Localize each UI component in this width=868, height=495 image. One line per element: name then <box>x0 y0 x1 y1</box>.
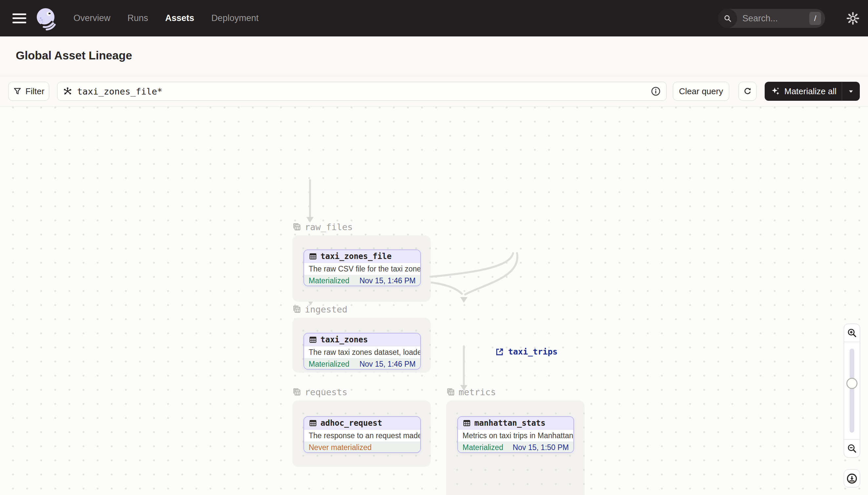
asset-description: The raw CSV file for the taxi zones dat.… <box>304 263 420 275</box>
zoom-out-icon <box>846 443 857 454</box>
search-shortcut-badge: / <box>809 12 821 25</box>
asset-node-header: taxi_zones_file <box>304 250 420 263</box>
asset-name: adhoc_request <box>320 419 382 428</box>
filter-button[interactable]: Filter <box>8 82 49 101</box>
external-link-icon <box>495 347 504 357</box>
asset-description: The response to an request made in th... <box>304 430 420 442</box>
asset-description: The raw taxi zones dataset, loaded int..… <box>304 346 420 358</box>
top-navbar: Overview Runs Assets Deployment Search..… <box>0 0 868 36</box>
asset-status-row: Materialized Nov 15, 1:50 PM <box>458 442 573 453</box>
refresh-icon <box>743 87 752 96</box>
asset-node-header: taxi_zones <box>304 334 420 346</box>
info-icon[interactable] <box>651 86 661 97</box>
asset-group-icon <box>292 387 301 396</box>
asset-group-icon <box>292 222 301 232</box>
group-label-ingested[interactable]: ingested <box>292 304 348 314</box>
status-timestamp: Nov 15, 1:46 PM <box>359 360 415 369</box>
dagster-logo-icon[interactable] <box>35 6 58 31</box>
filter-label: Filter <box>25 86 45 97</box>
group-name: requests <box>305 387 348 397</box>
materialize-all-split-button: Materialize all <box>765 82 860 101</box>
asset-group-icon <box>292 305 301 314</box>
lineage-toolbar: Filter Clear query <box>0 76 868 107</box>
status-timestamp: Nov 15, 1:46 PM <box>359 276 415 285</box>
table-icon <box>463 419 471 427</box>
asset-node-taxi-zones[interactable]: taxi_zones The raw taxi zones dataset, l… <box>303 333 421 370</box>
materialize-all-label: Materialize all <box>784 86 836 97</box>
zoom-slider[interactable] <box>844 342 860 439</box>
asset-status-row: Never materialized <box>304 442 420 453</box>
clear-query-label: Clear query <box>679 86 723 97</box>
gear-icon <box>845 11 861 26</box>
download-icon <box>846 473 858 484</box>
lineage-edges <box>0 107 868 495</box>
zoom-slider-track[interactable] <box>850 348 854 433</box>
clear-query-button[interactable]: Clear query <box>673 82 729 101</box>
search-placeholder: Search... <box>742 14 809 24</box>
external-asset-name: taxi_trips <box>508 347 558 357</box>
asset-query-input[interactable] <box>76 86 646 97</box>
filter-funnel-icon <box>13 87 22 96</box>
search-icon <box>718 9 737 28</box>
group-label-requests[interactable]: requests <box>292 387 348 397</box>
group-name: ingested <box>305 304 348 314</box>
page-header: Global Asset Lineage Reload definitions <box>0 36 868 76</box>
group-label-raw-files[interactable]: raw_files <box>292 222 353 232</box>
nav-item-runs[interactable]: Runs <box>128 13 148 23</box>
asset-node-header: adhoc_request <box>304 417 420 430</box>
group-name: raw_files <box>305 222 353 232</box>
status-label: Materialized <box>309 360 349 369</box>
asset-selection-box <box>57 82 667 101</box>
group-name: metrics <box>459 387 496 397</box>
nav-item-deployment[interactable]: Deployment <box>211 13 259 23</box>
page-title: Global Asset Lineage <box>16 49 132 62</box>
download-graph-button[interactable] <box>844 470 860 488</box>
asset-name: taxi_zones_file <box>320 252 392 261</box>
asset-node-manhattan-stats[interactable]: manhattan_stats Metrics on taxi trips in… <box>457 416 574 453</box>
edge-taxi-trips-to-manhattan-stats <box>465 253 517 294</box>
status-label: Materialized <box>463 443 503 452</box>
asset-name: manhattan_stats <box>474 419 546 428</box>
settings-button[interactable] <box>844 10 862 27</box>
status-label: Materialized <box>309 276 349 285</box>
asset-name: taxi_zones <box>320 335 368 344</box>
asset-status-row: Materialized Nov 15, 1:46 PM <box>304 358 420 370</box>
external-asset-taxi-trips[interactable]: taxi_trips <box>495 347 558 357</box>
asset-status-row: Materialized Nov 15, 1:46 PM <box>304 275 420 286</box>
zoom-in-button[interactable] <box>844 324 860 342</box>
zoom-out-button[interactable] <box>844 439 860 457</box>
nav-menu: Overview Runs Assets Deployment <box>73 13 259 23</box>
zoom-control-panel <box>844 324 860 458</box>
lineage-graph-canvas[interactable]: raw_files ingested requests metrics <box>0 107 868 495</box>
zoom-in-icon <box>846 327 857 338</box>
table-icon <box>309 336 317 344</box>
sparkle-icon <box>770 86 780 96</box>
nav-item-overview[interactable]: Overview <box>73 13 110 23</box>
asset-group-icon <box>446 387 455 396</box>
materialize-options-button[interactable] <box>842 88 860 95</box>
search-input[interactable]: Search... / <box>718 9 825 28</box>
asset-node-adhoc-request[interactable]: adhoc_request The response to an request… <box>303 416 421 453</box>
materialize-all-button[interactable]: Materialize all <box>765 86 842 97</box>
table-icon <box>309 419 317 427</box>
status-label: Never materialized <box>309 443 372 452</box>
nav-item-assets[interactable]: Assets <box>165 13 195 23</box>
group-label-metrics[interactable]: metrics <box>446 387 496 397</box>
asset-node-header: manhattan_stats <box>458 417 573 430</box>
status-timestamp: Nov 15, 1:50 PM <box>513 443 569 452</box>
hamburger-menu-icon[interactable] <box>13 14 26 23</box>
table-icon <box>309 252 317 261</box>
asset-description: Metrics on taxi trips in Manhattan <box>458 430 573 442</box>
zoom-slider-thumb[interactable] <box>846 378 857 389</box>
chevron-down-icon <box>848 88 854 95</box>
asset-selection-icon <box>63 86 72 96</box>
refresh-graph-button[interactable] <box>739 82 757 101</box>
asset-node-taxi-zones-file[interactable]: taxi_zones_file The raw CSV file for the… <box>303 250 421 286</box>
